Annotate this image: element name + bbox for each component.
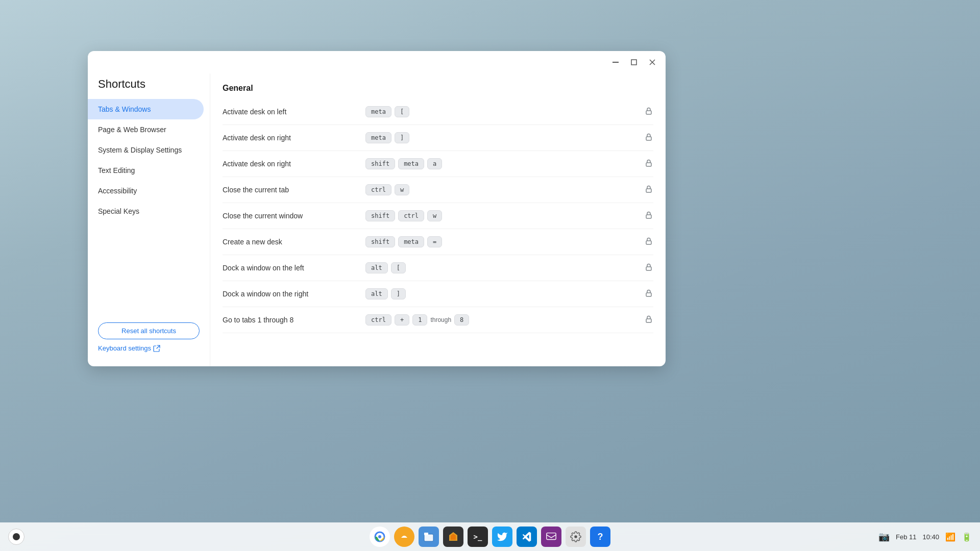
taskbar: >_ ? 📷 Feb 11 10:40 📶 🔋 <box>0 522 980 551</box>
key-badge: alt <box>365 262 388 273</box>
battery-icon: 🔋 <box>962 532 972 542</box>
sidebar-item-page-web[interactable]: Page & Web Browser <box>88 119 204 140</box>
maximize-button[interactable] <box>627 55 641 69</box>
svg-point-13 <box>13 533 20 540</box>
shortcut-keys: ctrl + 1 through 8 <box>365 314 644 325</box>
svg-rect-8 <box>646 215 651 218</box>
taskbar-messaging[interactable] <box>541 527 561 547</box>
svg-rect-4 <box>646 111 651 114</box>
shortcut-row-activate-right-2: Activate desk on right shift meta a <box>223 151 653 177</box>
sidebar-item-text-editing[interactable]: Text Editing <box>88 160 204 181</box>
sidebar-item-special-keys[interactable]: Special Keys <box>88 201 204 221</box>
key-badge: meta <box>398 158 424 169</box>
key-badge: meta <box>365 106 391 117</box>
svg-rect-19 <box>424 534 433 541</box>
key-badge: meta <box>365 132 391 143</box>
shortcut-keys: shift meta a <box>365 158 644 169</box>
taskbar-time: 10:40 <box>922 533 939 541</box>
key-badge: w <box>427 210 442 221</box>
svg-rect-12 <box>646 319 651 322</box>
shortcut-row-activate-right-1: Activate desk on right meta ] <box>223 125 653 151</box>
shortcut-label: Close the current window <box>223 212 365 220</box>
shortcut-label: Dock a window on the right <box>223 290 365 298</box>
sidebar: Shortcuts Tabs & Windows Page & Web Brow… <box>88 73 210 366</box>
svg-rect-5 <box>646 137 651 140</box>
taskbar-twitter[interactable] <box>492 527 512 547</box>
key-badge: [ <box>391 262 406 273</box>
svg-rect-10 <box>646 267 651 270</box>
section-title: General <box>223 73 653 99</box>
sidebar-item-system-display[interactable]: System & Display Settings <box>88 140 204 160</box>
sidebar-title: Shortcuts <box>88 73 210 99</box>
shortcuts-window: Shortcuts Tabs & Windows Page & Web Brow… <box>88 51 666 366</box>
taskbar-date: Feb 11 <box>896 533 916 541</box>
key-badge: 1 <box>412 314 427 325</box>
key-badge: ctrl <box>365 184 391 195</box>
external-link-icon <box>153 345 160 352</box>
shortcut-row-activate-left: Activate desk on left meta [ <box>223 99 653 125</box>
shortcut-label: Activate desk on left <box>223 108 365 116</box>
shortcut-label: Activate desk on right <box>223 134 365 142</box>
sidebar-nav: Tabs & Windows Page & Web Browser System… <box>88 99 210 316</box>
key-badge: meta <box>398 236 424 247</box>
sidebar-bottom: Reset all shortcuts Keyboard settings <box>88 316 210 358</box>
shortcut-row-close-tab: Close the current tab ctrl w <box>223 177 653 203</box>
minimize-button[interactable] <box>608 55 623 69</box>
shortcut-row-close-window: Close the current window shift ctrl w <box>223 203 653 229</box>
key-badge: shift <box>365 158 395 169</box>
svg-rect-24 <box>547 533 556 540</box>
svg-rect-0 <box>612 62 619 63</box>
shortcut-keys: alt [ <box>365 262 644 273</box>
taskbar-app-orange[interactable] <box>394 527 414 547</box>
reset-shortcuts-button[interactable]: Reset all shortcuts <box>98 322 200 339</box>
shortcut-label: Close the current tab <box>223 186 365 194</box>
wifi-icon[interactable]: 📶 <box>945 532 955 542</box>
key-badge: ] <box>391 288 406 299</box>
launcher-button[interactable] <box>8 529 24 545</box>
svg-rect-7 <box>646 189 651 192</box>
key-badge: shift <box>365 236 395 247</box>
key-badge: alt <box>365 288 388 299</box>
key-text: through <box>430 316 451 323</box>
key-badge: shift <box>365 210 395 221</box>
taskbar-help[interactable]: ? <box>590 527 610 547</box>
svg-point-25 <box>574 535 577 538</box>
lock-icon <box>644 210 653 221</box>
lock-icon <box>644 132 653 143</box>
taskbar-center: >_ ? <box>370 527 610 547</box>
lock-icon <box>644 236 653 247</box>
lock-icon <box>644 158 653 169</box>
shortcut-keys: meta [ <box>365 106 644 117</box>
taskbar-stack[interactable] <box>443 527 463 547</box>
shortcut-keys: shift meta = <box>365 236 644 247</box>
shortcut-row-create-desk: Create a new desk shift meta = <box>223 229 653 255</box>
taskbar-files[interactable] <box>419 527 439 547</box>
key-badge: ] <box>395 132 409 143</box>
taskbar-vscode[interactable] <box>517 527 537 547</box>
lock-icon <box>644 314 653 325</box>
lock-icon <box>644 288 653 299</box>
keyboard-settings-label: Keyboard settings <box>98 344 151 352</box>
sidebar-item-tabs-windows[interactable]: Tabs & Windows <box>88 99 204 119</box>
key-badge: ctrl <box>365 314 391 325</box>
sidebar-item-accessibility[interactable]: Accessibility <box>88 181 204 201</box>
key-badge: w <box>395 184 409 195</box>
close-button[interactable] <box>645 55 659 69</box>
svg-rect-6 <box>646 163 651 166</box>
shortcut-label: Dock a window on the left <box>223 264 365 272</box>
shortcut-row-dock-left: Dock a window on the left alt [ <box>223 255 653 281</box>
shortcut-keys: ctrl w <box>365 184 644 195</box>
taskbar-chrome[interactable] <box>370 527 390 547</box>
svg-point-17 <box>378 535 381 538</box>
svg-rect-21 <box>424 533 428 535</box>
key-badge: [ <box>395 106 409 117</box>
taskbar-terminal[interactable]: >_ <box>468 527 488 547</box>
taskbar-settings[interactable] <box>566 527 586 547</box>
lock-icon <box>644 262 653 273</box>
lock-icon <box>644 184 653 195</box>
keyboard-settings-link[interactable]: Keyboard settings <box>98 344 200 352</box>
taskbar-photo-icon[interactable]: 📷 <box>878 531 890 542</box>
svg-rect-9 <box>646 241 651 244</box>
main-content: General Activate desk on left meta [ Act… <box>210 73 666 366</box>
key-badge: ctrl <box>398 210 424 221</box>
